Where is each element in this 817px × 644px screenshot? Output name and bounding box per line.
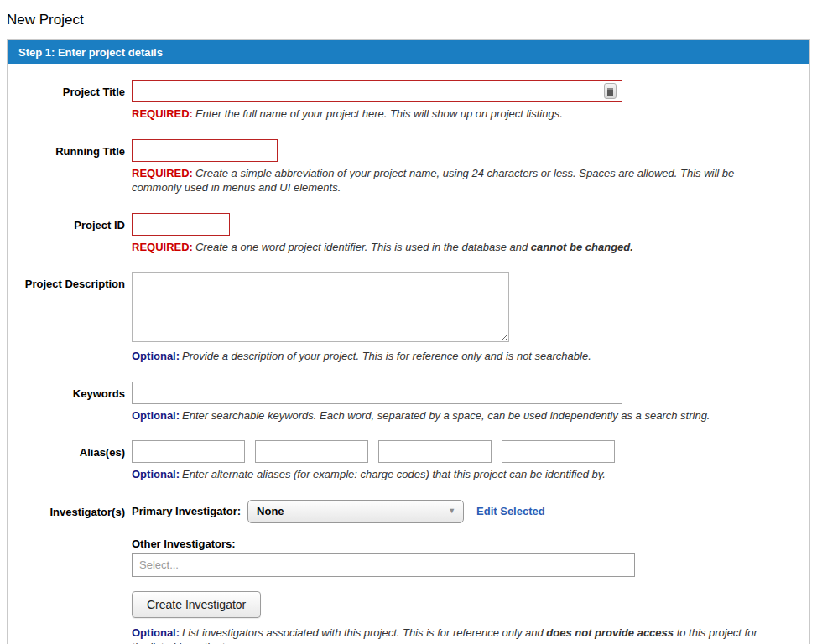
- primary-investigator-select[interactable]: None ▼: [247, 500, 464, 523]
- help-text: Enter searchable keywords. Each word, se…: [182, 409, 710, 422]
- running-title-help: REQUIRED:Create a simple abbreviation of…: [132, 166, 765, 195]
- step-header: Step 1: Enter project details: [8, 40, 809, 64]
- aliases-row: Alias(es) Optional:Enter alternate alias…: [8, 440, 809, 482]
- project-title-label: Project Title: [8, 80, 125, 122]
- project-title-row: Project Title REQUIRED:Enter the full na…: [8, 80, 809, 122]
- help-text-bold: does not provide access: [546, 626, 674, 639]
- page-title: New Project: [7, 12, 810, 29]
- running-title-label: Running Title: [8, 139, 125, 195]
- running-title-row: Running Title REQUIRED:Create a simple a…: [8, 139, 809, 195]
- investigators-label: Investigator(s): [8, 500, 125, 644]
- alias-input-2[interactable]: [255, 440, 368, 463]
- project-description-label: Project Description: [8, 272, 125, 364]
- keywords-help: Optional:Enter searchable keywords. Each…: [132, 408, 765, 423]
- primary-investigator-value: None: [257, 505, 284, 517]
- aliases-help: Optional:Enter alternate aliases (for ex…: [132, 467, 765, 482]
- project-details-panel: Step 1: Enter project details Project Ti…: [7, 39, 810, 644]
- project-title-help: REQUIRED:Enter the full name of your pro…: [132, 106, 765, 122]
- optional-tag: Optional:: [132, 626, 180, 639]
- primary-investigator-label: Primary Investigator:: [132, 505, 241, 517]
- optional-tag: Optional:: [132, 468, 180, 480]
- alias-input-4[interactable]: [502, 440, 615, 463]
- project-title-input[interactable]: [132, 80, 622, 102]
- alias-input-1[interactable]: [132, 440, 245, 463]
- investigators-help: Optional:List investigators associated w…: [132, 626, 765, 644]
- help-text: Create a one word project identifier. Th…: [195, 241, 531, 253]
- project-id-row: Project ID REQUIRED:Create a one word pr…: [8, 213, 809, 255]
- optional-tag: Optional:: [132, 409, 180, 422]
- aliases-label: Alias(es): [8, 440, 125, 482]
- running-title-input[interactable]: [132, 139, 278, 162]
- keywords-label: Keywords: [8, 382, 125, 423]
- project-id-label: Project ID: [8, 213, 125, 255]
- keywords-input[interactable]: [132, 382, 622, 404]
- alias-input-3[interactable]: [378, 440, 492, 463]
- form-body: Project Title REQUIRED:Enter the full na…: [8, 64, 809, 644]
- investigators-row: Investigator(s) Primary Investigator: No…: [8, 500, 809, 644]
- project-description-help: Optional:Provide a description of your p…: [132, 349, 765, 364]
- project-description-row: Project Description Optional:Provide a d…: [8, 272, 809, 364]
- help-text: Enter the full name of your project here…: [195, 107, 563, 120]
- autofill-glyph: [607, 88, 613, 96]
- required-tag: REQUIRED:: [132, 241, 193, 253]
- help-text-bold: cannot be changed.: [531, 241, 633, 253]
- project-description-textarea[interactable]: [132, 272, 509, 342]
- required-tag: REQUIRED:: [132, 107, 193, 120]
- help-text: Enter alternate aliases (for example: ch…: [182, 468, 606, 480]
- project-id-help: REQUIRED:Create a one word project ident…: [132, 240, 765, 255]
- help-text: Create a simple abbreviation of your pro…: [132, 167, 734, 195]
- create-investigator-button[interactable]: Create Investigator: [132, 591, 261, 618]
- edit-selected-link[interactable]: Edit Selected: [476, 505, 545, 517]
- chevron-down-icon: ▼: [448, 507, 455, 515]
- required-tag: REQUIRED:: [132, 167, 193, 179]
- help-text: List investigators associated with this …: [182, 626, 546, 639]
- optional-tag: Optional:: [132, 350, 180, 362]
- autofill-icon[interactable]: [604, 83, 617, 99]
- help-text: Provide a description of your project. T…: [182, 350, 591, 362]
- other-investigators-label: Other Investigators:: [132, 538, 809, 550]
- project-id-input[interactable]: [132, 213, 230, 236]
- keywords-row: Keywords Optional:Enter searchable keywo…: [8, 382, 809, 423]
- primary-investigator-line: Primary Investigator: None ▼ Edit Select…: [132, 500, 809, 523]
- other-investigators-input[interactable]: [132, 553, 635, 577]
- alias-inputs: [132, 440, 809, 463]
